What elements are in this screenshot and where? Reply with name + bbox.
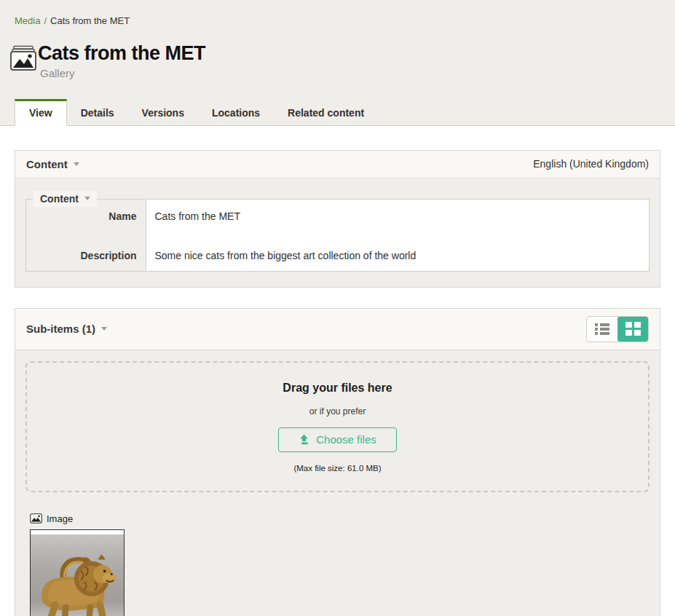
caret-down-icon	[84, 197, 90, 200]
subitems-panel: Sub-items (1)	[15, 308, 660, 616]
content-panel-header: Content English (United Kingdom)	[15, 151, 660, 178]
list-view-icon	[595, 323, 609, 336]
gallery-icon	[9, 45, 38, 74]
subitems-panel-header: Sub-items (1)	[15, 309, 660, 350]
file-dropzone[interactable]: Drag your files here or if you prefer Ch…	[25, 361, 650, 492]
breadcrumb-current: Cats from the MET	[50, 15, 130, 26]
page-header-area: Media/Cats from the MET Cats from the ME…	[0, 0, 675, 126]
choose-files-button[interactable]: Choose files	[278, 427, 397, 452]
page-title: Cats from the MET	[38, 43, 205, 65]
caret-down-icon	[74, 162, 79, 166]
content-panel-toggle[interactable]: Content	[26, 158, 79, 170]
field-label-description: Description	[26, 243, 146, 271]
subitem-thumbnail[interactable]	[30, 529, 125, 616]
tab-locations[interactable]: Locations	[198, 99, 274, 125]
max-file-size-note: (Max file size: 61.0 MB)	[27, 464, 648, 473]
subitems-panel-title: Sub-items (1)	[26, 323, 95, 335]
field-row-description: Description Some nice cats from the bigg…	[26, 243, 649, 271]
tab-view[interactable]: View	[15, 99, 67, 126]
field-rows: Name Cats from the MET Description Some …	[26, 200, 649, 271]
tab-details[interactable]: Details	[67, 99, 128, 125]
view-mode-toggle	[586, 316, 649, 342]
fieldgroup-legend-label: Content	[40, 193, 79, 205]
dropzone-subheading: or if you prefer	[27, 406, 648, 416]
tab-versions[interactable]: Versions	[128, 99, 198, 125]
breadcrumb: Media/Cats from the MET	[0, 0, 675, 26]
title-text: Cats from the MET Gallery	[38, 43, 205, 79]
subitems-panel-body: Drag your files here or if you prefer Ch…	[15, 350, 660, 616]
breadcrumb-separator: /	[44, 15, 47, 26]
image-icon	[30, 513, 42, 524]
grid-view-icon	[625, 322, 641, 336]
upload-icon	[299, 434, 309, 445]
subitem-type-label: Image	[47, 513, 73, 524]
lion-sculpture-image	[31, 534, 124, 616]
content-type-label: Gallery	[40, 67, 205, 79]
field-value-name: Cats from the MET	[146, 200, 649, 243]
content-panel-title: Content	[26, 158, 68, 170]
dropzone-heading: Drag your files here	[27, 382, 648, 395]
tab-content-area: Content English (United Kingdom) Content…	[0, 126, 675, 616]
field-value-description: Some nice cats from the biggest art coll…	[146, 243, 649, 271]
list-view-button[interactable]	[587, 317, 617, 341]
field-row-name: Name Cats from the MET	[26, 200, 649, 243]
content-panel-body: Content Name Cats from the MET Descripti…	[15, 178, 660, 287]
subitems-panel-toggle[interactable]: Sub-items (1)	[26, 323, 107, 335]
title-row: Cats from the MET Gallery	[0, 26, 675, 79]
caret-down-icon	[101, 327, 107, 331]
language-label: English (United Kingdom)	[533, 158, 649, 170]
fieldgroup-legend-toggle[interactable]: Content	[33, 191, 97, 207]
subitem-type-row: Image	[30, 513, 650, 524]
content-fieldgroup: Content Name Cats from the MET Descripti…	[25, 199, 650, 272]
choose-files-label: Choose files	[316, 433, 376, 446]
tab-bar: View Details Versions Locations Related …	[0, 99, 675, 126]
tab-related-content[interactable]: Related content	[274, 99, 378, 125]
grid-view-button[interactable]	[617, 317, 648, 341]
content-panel: Content English (United Kingdom) Content…	[15, 150, 660, 288]
breadcrumb-link-media[interactable]: Media	[15, 15, 40, 26]
